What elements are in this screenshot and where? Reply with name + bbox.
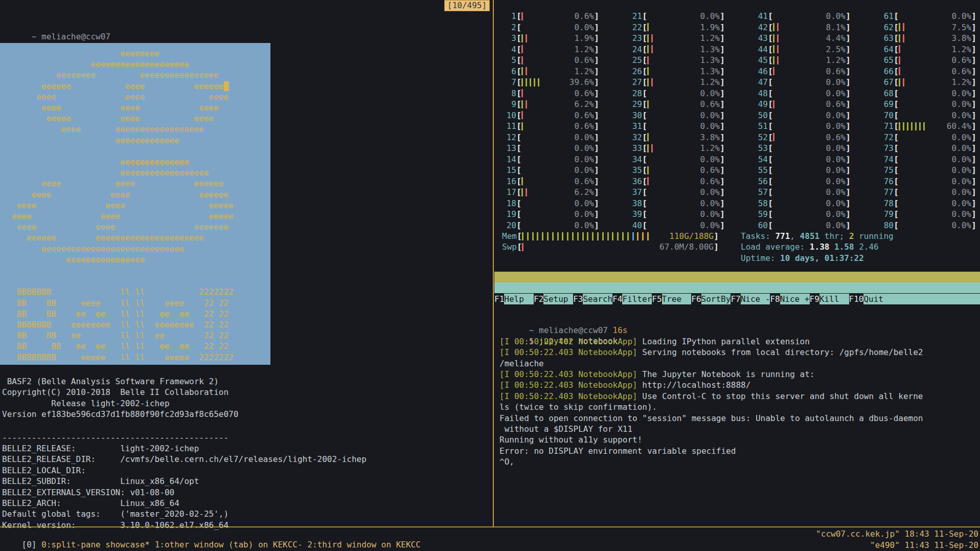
cpu-meter-65: 65[0.6%] [879,55,976,65]
log-prefix: [I 00:50:22.402 NotebookApp] [499,337,637,346]
bracket-close: ] [714,241,719,252]
cpu-meter-66: 66[0.6%] [879,66,976,77]
cpu-meter-3: 3[1.9%] [502,33,599,43]
fkey-f4-filter[interactable]: F4Filter [612,294,652,304]
swap-meter-value: 67.0M/8.00G [659,241,714,252]
cpu-meter-58: 58[0.0%] [754,198,851,209]
cpu-meter-46: 46[0.6%] [754,66,851,77]
cpu-meter-16: 16[0.6%] [502,176,599,187]
fkey-f10-quit[interactable]: F10Quit [849,294,894,304]
cpu-meter-35: 35[0.6%] [628,165,725,175]
pane-divider-vertical[interactable] [493,0,494,527]
cpu-meter-27: 27[1.2%] [628,77,725,87]
fkey-f2-setup[interactable]: F2Setup [534,294,573,304]
cpu-meter-9: 9[6.2%] [502,99,599,109]
cpu-meter-80: 80[0.0%] [879,220,976,231]
cpu-meter-71: 71[60.4%] [879,121,976,131]
jupyter-log-line: Failed to open connection to "session" m… [499,413,923,424]
jupyter-log-line: [I 00:50:22.403 NotebookApp] http://loca… [499,380,750,390]
cpu-meter-41: 41[0.0%] [754,11,851,21]
cpu-meter-43: 43[4.4%] [754,33,851,43]
cpu-meter-78: 78[0.0%] [879,198,976,209]
cpu-meter-77: 77[0.0%] [879,187,976,197]
cpu-meter-56: 56[0.0%] [754,176,851,187]
basf2-logo-box: eeeeeeee eeeeeeeeeeeeeeeeeeee eeeeeeee e… [0,43,270,365]
fkey-f1-help[interactable]: F1Help [494,294,534,304]
bracket-open: [ [517,241,522,252]
left-terminal-pane[interactable]: ~meliache@ccw07 ❯basf2--info eeeeeeee ee… [0,0,493,527]
fkey-f3-search[interactable]: F3Search [573,294,612,304]
log-message: without a $DISPLAY for X11 [499,424,632,434]
jupyter-log-line: Error: no DISPLAY environment variable s… [499,446,736,456]
function-key-bar: F1Help F2Setup F3SearchF4FilterF5Tree F6… [494,294,980,304]
cpu-meter-42: 42[8.1%] [754,22,851,33]
jupyter-log-line: [I 00:50:22.403 NotebookApp] The Jupyter… [499,369,815,380]
log-message: http://localhost:8888/ [637,380,751,390]
cpu-meter-62: 62[7.5%] [879,22,976,33]
cpu-meter-50: 50[0.0%] [754,110,851,121]
fkey-f8-nice-+[interactable]: F8Nice + [770,294,809,304]
bracket-open: [ [517,231,522,241]
cpu-meter-75: 75[0.0%] [879,165,976,175]
log-prefix: [I 00:50:22.403 NotebookApp] [499,347,637,357]
jupyter-log-line: Running without a11y support! [499,434,642,445]
log-message: ls (twice to skip confirmation). [499,402,657,412]
log-message: Use Control-C to stop this server and sh… [637,391,923,401]
cpu-meter-53: 53[0.0%] [754,143,851,153]
log-prefix: [I 00:50:22.403 NotebookApp] [499,369,637,379]
cpu-meter-31: 31[0.0%] [628,121,725,131]
cpu-meter-54: 54[0.0%] [754,154,851,165]
swap-meter: Swp[67.0M/8.00G] [502,241,719,252]
memory-meter-label: Mem [502,231,517,241]
jupyter-log-line: ls (twice to skip confirmation). [499,402,657,412]
fkey-f9-kill[interactable]: F9Kill [810,294,849,304]
fkey-f6-sortby[interactable]: F6SortBy [691,294,731,304]
cpu-meter-14: 14[0.0%] [502,154,599,165]
load-average: Load average: 1.38 1.58 2.46 [741,241,879,252]
log-message: Error: no DISPLAY environment variable s… [499,446,736,456]
cpu-meter-2: 2[0.0%] [502,22,599,33]
cpu-meter-64: 64[1.2%] [879,44,976,55]
cpu-meter-19: 19[0.0%] [502,209,599,219]
cpu-meter-67: 67[1.2%] [879,77,976,87]
cpu-meter-13: 13[0.0%] [502,143,599,153]
jupyter-terminal-pane[interactable]: ~meliache@ccw0716s ❯jupyternotebook [I 0… [494,307,980,527]
process-table-header[interactable]: PID USER PRI NI VIRT RES SHR S CPU% MEM%… [494,272,980,282]
htop-pane[interactable]: 1[0.6%]2[0.0%]3[1.9%]4[1.2%]5[0.6%]6[1.2… [494,0,980,307]
memory-meter-value: 110G/188G [669,231,714,241]
cpu-meter-69: 69[0.0%] [879,99,976,109]
bracket-close: ] [714,231,719,241]
cpu-meter-21: 21[0.0%] [628,11,725,21]
cpu-meter-17: 17[6.2%] [502,187,599,197]
cpu-meter-25: 25[1.3%] [628,55,725,65]
separator-line: ----------------------------------------… [2,432,229,443]
cpu-meter-34: 34[0.0%] [628,154,725,165]
jupyter-log-line: [I 00:50:22.403 NotebookApp] Serving not… [499,347,923,358]
cpu-meter-55: 55[0.0%] [754,165,851,175]
pane-index-badge: [10/495] [444,0,490,11]
fkey-f7-nice--[interactable]: F7Nice - [731,294,770,304]
cpu-meter-49: 49[0.6%] [754,99,851,109]
log-message: /meliache [499,359,544,368]
cpu-meter-18: 18[0.0%] [502,198,599,209]
cpu-meter-52: 52[0.6%] [754,132,851,143]
cpu-meter-20: 20[0.0%] [502,220,599,231]
memory-meter-bars [522,232,669,241]
log-message: Failed to open connection to "session" m… [499,413,923,423]
cpu-meter-60: 60[0.0%] [754,220,851,231]
cpu-meter-44: 44[2.5%] [754,44,851,55]
cpu-meter-26: 26[1.3%] [628,66,725,77]
fkey-f5-tree[interactable]: F5Tree [652,294,691,304]
cpu-meter-12: 12[0.0%] [502,132,599,143]
cpu-meter-51: 51[0.0%] [754,121,851,131]
tasks-summary: Tasks: 771, 4851 thr; 2 running [741,231,894,241]
cpu-meter-11: 11[0.6%] [502,121,599,131]
jupyter-log-line: [I 00:50:22.403 NotebookApp] Use Control… [499,391,923,402]
cpu-meter-1: 1[0.6%] [502,11,599,21]
cpu-meter-57: 57[0.0%] [754,187,851,197]
log-message: Running without a11y support! [499,435,642,445]
jupyter-log-line: [I 00:50:22.402 NotebookApp] Loading IPy… [499,336,810,347]
cpu-meter-76: 76[0.0%] [879,176,976,187]
process-row[interactable]: 62813 root 0 -20 45.1G 5219M 2422M S 1.3… [494,282,980,293]
cpu-meter-32: 32[3.8%] [628,132,725,143]
